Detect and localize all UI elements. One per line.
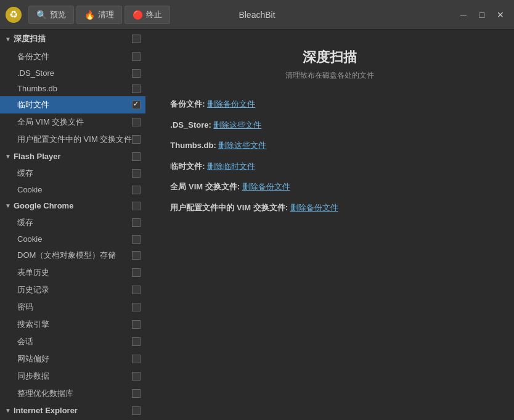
tree-item-chrome-history[interactable]: 历史记录 <box>0 281 145 299</box>
desc-row-2: Thumbs.db: 删除这些文件 <box>170 139 489 152</box>
tree-item-chrome-search[interactable]: 搜索引擎 <box>0 316 145 333</box>
item-label-backup-files: 备份文件 <box>17 51 132 62</box>
item-checkbox-temp-files[interactable] <box>132 101 141 109</box>
content-panel: 深度扫描 清理散布在磁盘各处的文件 备份文件: 删除备份文件.DS_Store:… <box>145 30 514 420</box>
app-logo: ♻ <box>5 6 22 23</box>
preview-label: 预览 <box>50 9 66 20</box>
tree-item-user-vim-swap[interactable]: 用户配置文件中的 VIM 交换文件 <box>0 131 145 148</box>
maximize-button[interactable]: □ <box>473 6 491 23</box>
item-checkbox-chrome-vacuum[interactable] <box>132 389 141 398</box>
minimize-button[interactable]: ─ <box>455 6 472 23</box>
desc-row-3: 临时文件: 删除临时文件 <box>170 160 489 173</box>
group-header-deep-scan[interactable]: ▼ 深度扫描 <box>0 30 145 48</box>
group-checkbox-internet-explorer[interactable] <box>132 406 141 415</box>
clean-button[interactable]: 🔥 清理 <box>76 6 122 24</box>
item-checkbox-chrome-form-history[interactable] <box>132 268 141 277</box>
desc-key-0: 备份文件: <box>170 99 205 109</box>
desc-row-4: 全局 VIM 交换文件: 删除备份文件 <box>170 181 489 193</box>
group-header-google-chrome[interactable]: ▼ Google Chrome <box>0 197 145 214</box>
tree-item-flash-cookie[interactable]: Cookie <box>0 182 145 197</box>
clean-label: 清理 <box>98 9 114 20</box>
item-checkbox-chrome-history[interactable] <box>132 286 141 294</box>
item-checkbox-ds-store[interactable] <box>132 69 141 78</box>
item-checkbox-chrome-sync[interactable] <box>132 372 141 381</box>
desc-key-1: .DS_Store: <box>170 120 211 130</box>
sidebar: ▼ 深度扫描 备份文件 .DS_Store Thumbs.db 临时文件 全局 … <box>0 30 145 420</box>
description-list: 备份文件: 删除备份文件.DS_Store: 删除这些文件Thumbs.db: … <box>170 98 489 213</box>
desc-value-5[interactable]: 删除备份文件 <box>290 203 338 212</box>
item-label-chrome-cache: 缓存 <box>17 217 132 228</box>
item-checkbox-chrome-search[interactable] <box>132 320 141 329</box>
item-label-user-vim-swap: 用户配置文件中的 VIM 交换文件 <box>17 134 132 145</box>
arrow-icon-internet-explorer: ▼ <box>5 407 11 414</box>
tree-item-chrome-dom[interactable]: DOM（文档对象模型）存储 <box>0 247 145 264</box>
item-checkbox-chrome-cookie[interactable] <box>132 235 141 244</box>
preview-button[interactable]: 🔍 预览 <box>28 6 74 24</box>
desc-row-1: .DS_Store: 删除这些文件 <box>170 119 489 131</box>
desc-value-3[interactable]: 删除临时文件 <box>207 162 255 171</box>
tree-item-chrome-session[interactable]: 会话 <box>0 333 145 350</box>
window-controls: ─ □ ✕ <box>455 6 509 23</box>
tree-item-chrome-form-history[interactable]: 表单历史 <box>0 264 145 281</box>
group-header-flash-player[interactable]: ▼ Flash Player <box>0 148 145 165</box>
tree-item-chrome-sync[interactable]: 同步数据 <box>0 368 145 385</box>
clean-icon: 🔥 <box>84 10 95 20</box>
group-checkbox-deep-scan[interactable] <box>132 35 141 43</box>
desc-value-4[interactable]: 删除备份文件 <box>242 182 290 191</box>
tree-item-temp-files[interactable]: 临时文件 <box>0 96 145 113</box>
desc-key-3: 临时文件: <box>170 162 205 171</box>
group-label-deep-scan: 深度扫描 <box>14 33 46 44</box>
stop-button[interactable]: 🔴 终止 <box>124 6 170 24</box>
item-label-chrome-cookie: Cookie <box>17 234 132 244</box>
item-label-flash-cache: 缓存 <box>17 168 132 179</box>
tree-item-chrome-password[interactable]: 密码 <box>0 299 145 316</box>
group-checkbox-google-chrome[interactable] <box>132 202 141 210</box>
group-header-internet-explorer[interactable]: ▼ Internet Explorer <box>0 402 145 419</box>
tree-item-global-vim-swap[interactable]: 全局 VIM 交换文件 <box>0 113 145 131</box>
item-label-chrome-form-history: 表单历史 <box>17 267 132 278</box>
tree-item-ds-store[interactable]: .DS_Store <box>0 65 145 81</box>
item-label-temp-files: 临时文件 <box>17 99 132 110</box>
item-label-chrome-vacuum: 整理优化数据库 <box>17 388 132 399</box>
tree-item-chrome-cache[interactable]: 缓存 <box>0 214 145 231</box>
item-checkbox-chrome-password[interactable] <box>132 303 141 311</box>
item-checkbox-flash-cookie[interactable] <box>132 186 141 194</box>
tree-item-flash-cache[interactable]: 缓存 <box>0 165 145 182</box>
preview-icon: 🔍 <box>36 10 47 20</box>
item-label-flash-cookie: Cookie <box>17 185 132 194</box>
item-checkbox-user-vim-swap[interactable] <box>132 135 141 144</box>
item-checkbox-chrome-cache[interactable] <box>132 218 141 227</box>
content-title: 深度扫描 <box>170 48 489 67</box>
item-checkbox-chrome-dom[interactable] <box>132 251 141 260</box>
tree-item-backup-files[interactable]: 备份文件 <box>0 48 145 65</box>
arrow-icon-google-chrome: ▼ <box>5 202 11 209</box>
item-checkbox-chrome-pref[interactable] <box>132 355 141 363</box>
tree-item-chrome-vacuum[interactable]: 整理优化数据库 <box>0 385 145 402</box>
main-layout: ▼ 深度扫描 备份文件 .DS_Store Thumbs.db 临时文件 全局 … <box>0 30 514 420</box>
desc-key-4: 全局 VIM 交换文件: <box>170 182 240 191</box>
item-checkbox-backup-files[interactable] <box>132 52 141 61</box>
item-label-chrome-sync: 同步数据 <box>17 371 132 382</box>
item-checkbox-thumbs-db[interactable] <box>132 84 141 93</box>
close-button[interactable]: ✕ <box>492 6 509 23</box>
item-checkbox-global-vim-swap[interactable] <box>132 118 141 126</box>
stop-icon: 🔴 <box>133 10 143 20</box>
tree-item-chrome-cookie[interactable]: Cookie <box>0 231 145 247</box>
group-label-flash-player: Flash Player <box>14 152 61 161</box>
desc-value-0[interactable]: 删除备份文件 <box>207 99 255 109</box>
arrow-icon-deep-scan: ▼ <box>5 36 11 43</box>
item-label-thumbs-db: Thumbs.db <box>17 84 132 93</box>
desc-key-2: Thumbs.db: <box>170 141 216 150</box>
item-checkbox-chrome-session[interactable] <box>132 337 141 346</box>
desc-row-5: 用户配置文件中的 VIM 交换文件: 删除备份文件 <box>170 202 489 214</box>
content-subtitle: 清理散布在磁盘各处的文件 <box>170 70 489 81</box>
item-checkbox-flash-cache[interactable] <box>132 169 141 178</box>
tree-item-thumbs-db[interactable]: Thumbs.db <box>0 81 145 96</box>
stop-label: 终止 <box>146 9 162 20</box>
tree-item-chrome-pref[interactable]: 网站偏好 <box>0 350 145 368</box>
group-label-google-chrome: Google Chrome <box>14 201 74 210</box>
desc-value-1[interactable]: 删除这些文件 <box>213 120 261 130</box>
group-checkbox-flash-player[interactable] <box>132 152 141 161</box>
item-label-chrome-pref: 网站偏好 <box>17 353 132 364</box>
desc-value-2[interactable]: 删除这些文件 <box>218 141 266 150</box>
